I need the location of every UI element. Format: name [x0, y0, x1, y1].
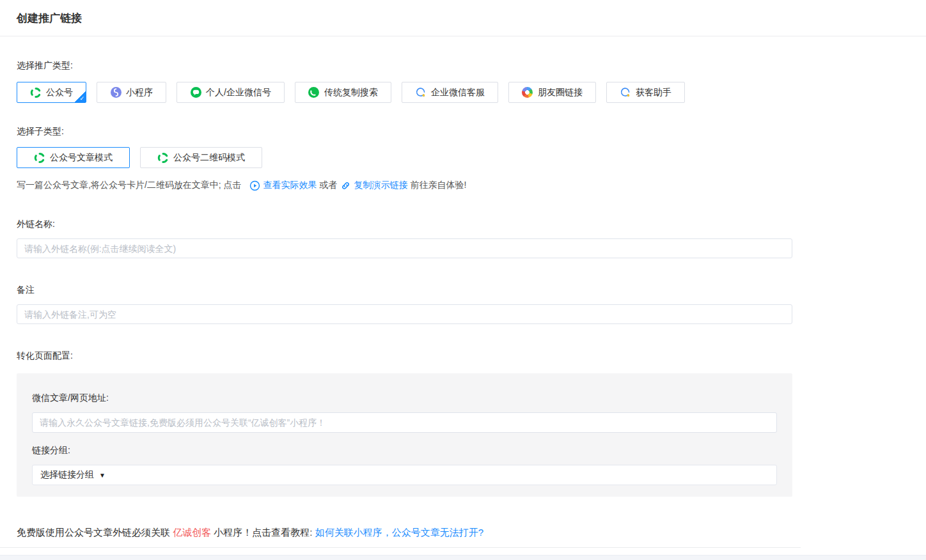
chat-bubble-icon [620, 87, 631, 98]
link-group-selected-value: 选择链接分组 [40, 469, 94, 481]
link-name-input[interactable] [17, 238, 792, 258]
promo-type-label-text: 企业微信客服 [431, 87, 485, 98]
miniprogram-icon [110, 87, 122, 98]
create-promo-link-page: 创建推广链接 选择推广类型: 公众号 ✓ [0, 0, 926, 560]
promo-type-customer-acquisition[interactable]: 获客助手 [606, 82, 685, 103]
promo-type-label-text: 个人/企业微信号 [206, 87, 271, 98]
main-content: 选择推广类型: 公众号 ✓ [0, 60, 926, 560]
remark-input[interactable] [17, 304, 792, 324]
selected-check-icon: ✓ [75, 91, 86, 102]
note-highlight: 亿诚创客 [173, 527, 211, 538]
hint-text: 前往亲自体验! [411, 180, 467, 191]
copy-demo-link[interactable]: 复制演示链接 [354, 180, 408, 191]
hint-text: 写一篇公众号文章,将公众号卡片/二维码放在文章中; 点击 [17, 180, 242, 191]
chat-bubble-icon [415, 87, 427, 98]
promo-type-personal-wechat[interactable]: 个人/企业微信号 [177, 82, 285, 103]
promo-type-label: 选择推广类型: [17, 60, 926, 72]
promo-type-label-text: 朋友圈链接 [538, 87, 583, 98]
chain-link-icon[interactable] [340, 180, 352, 191]
sub-type-label-text: 公众号二维码模式 [173, 152, 245, 164]
link-group-select[interactable]: 选择链接分组 ▼ [32, 465, 777, 485]
article-url-label: 微信文章/网页地址: [32, 393, 777, 404]
moments-icon [522, 87, 533, 98]
wechat-official-account-icon [157, 152, 169, 164]
conversion-config-label: 转化页面配置: [17, 350, 926, 362]
wechat-official-account-icon [30, 87, 42, 98]
chevron-down-icon: ▼ [99, 472, 106, 479]
promo-type-gongzhonghao[interactable]: 公众号 ✓ [17, 82, 86, 103]
promo-type-label-text: 公众号 [46, 87, 73, 98]
tutorial-link[interactable]: 如何关联小程序，公众号文章无法打开? [315, 527, 483, 538]
page-header: 创建推广链接 [0, 0, 926, 36]
sub-type-label: 选择子类型: [17, 126, 926, 137]
link-name-label: 外链名称: [17, 219, 926, 230]
note-text: 小程序！点击查看教程: [214, 527, 312, 538]
sub-type-qrcode-mode[interactable]: 公众号二维码模式 [140, 147, 262, 168]
promo-type-label-text: 小程序 [126, 87, 153, 98]
page-bottom-strip [0, 555, 926, 560]
promo-type-moments-link[interactable]: 朋友圈链接 [508, 82, 596, 103]
play-circle-icon[interactable] [249, 180, 261, 191]
promo-type-wecom-service[interactable]: 企业微信客服 [402, 82, 498, 103]
promo-type-label-text: 获客助手 [636, 87, 671, 98]
page-title: 创建推广链接 [17, 11, 82, 26]
copy-search-icon [308, 87, 320, 98]
article-url-input[interactable] [32, 412, 777, 433]
mode-hint-line: 写一篇公众号文章,将公众号卡片/二维码放在文章中; 点击 查看实际效果 或者 复… [17, 180, 926, 191]
free-version-note: 免费版使用公众号文章外链必须关联 亿诚创客 小程序！点击查看教程: 如何关联小程… [17, 527, 926, 539]
view-demo-link[interactable]: 查看实际效果 [263, 180, 317, 191]
promo-type-button-row: 公众号 ✓ 小程序 [17, 82, 926, 103]
sub-type-label-text: 公众号文章模式 [50, 152, 113, 164]
conversion-config-box: 微信文章/网页地址: 链接分组: 选择链接分组 ▼ [17, 373, 792, 497]
note-text: 免费版使用公众号文章外链必须关联 [17, 527, 170, 538]
wechat-icon [190, 87, 201, 98]
hint-text: 或者 [320, 180, 338, 191]
remark-label: 备注 [17, 284, 926, 296]
promo-type-copy-search[interactable]: 传统复制搜索 [295, 82, 391, 103]
promo-type-label-text: 传统复制搜索 [324, 87, 378, 98]
wechat-official-account-icon [34, 152, 45, 164]
link-group-label: 链接分组: [32, 445, 777, 456]
promo-type-miniprogram[interactable]: 小程序 [97, 82, 166, 103]
sub-type-button-row: 公众号文章模式 公众号二维码模式 [17, 147, 926, 168]
sub-type-article-mode[interactable]: 公众号文章模式 [17, 147, 130, 168]
section-divider [0, 547, 801, 548]
